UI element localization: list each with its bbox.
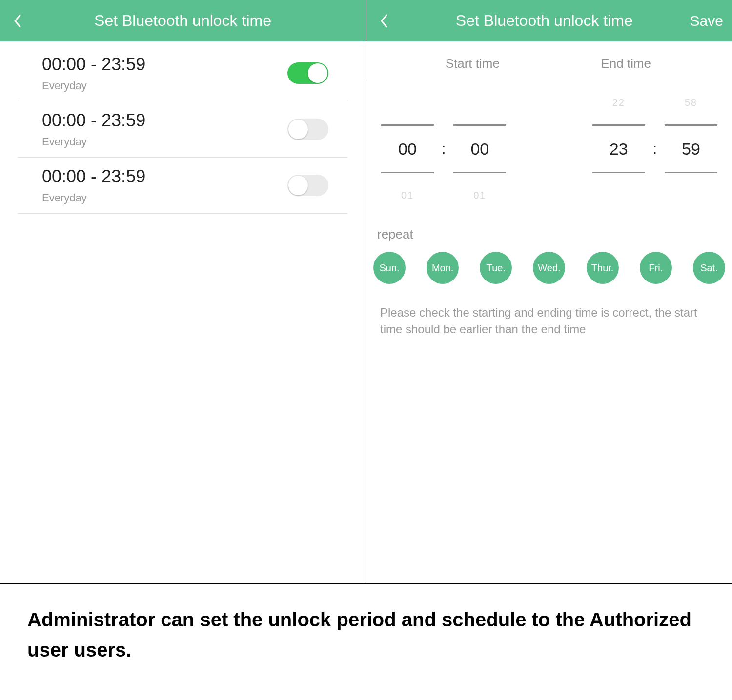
- end-hour-wheel[interactable]: 22 23: [592, 80, 645, 217]
- time-sub: Everyday: [42, 80, 287, 92]
- day-thu[interactable]: Thur.: [587, 252, 619, 284]
- header: Set Bluetooth unlock time: [0, 0, 366, 41]
- time-tabs: Start time End time: [366, 41, 732, 80]
- time-range: 00:00 - 23:59: [42, 166, 287, 187]
- wheel-value: 59: [665, 124, 717, 173]
- row-text: 00:00 - 23:59 Everyday: [42, 110, 287, 148]
- time-slot-list: 00:00 - 23:59 Everyday 00:00 - 23:59 Eve…: [0, 41, 366, 214]
- day-sat[interactable]: Sat.: [693, 252, 725, 284]
- toggle-switch[interactable]: [287, 175, 328, 196]
- time-sub: Everyday: [42, 136, 287, 148]
- wheel-value: 00: [381, 124, 434, 173]
- day-sun[interactable]: Sun.: [373, 252, 406, 284]
- back-icon[interactable]: [9, 12, 26, 30]
- repeat-label: repeat: [366, 217, 732, 252]
- start-hour-wheel[interactable]: 00 01: [381, 80, 434, 217]
- time-sub: Everyday: [42, 192, 287, 204]
- time-range: 00:00 - 23:59: [42, 54, 287, 75]
- screens-container: Set Bluetooth unlock time 00:00 - 23:59 …: [0, 0, 732, 584]
- start-time-picker[interactable]: 00 01 : 00 01: [376, 80, 549, 217]
- day-fri[interactable]: Fri.: [640, 252, 672, 284]
- row-text: 00:00 - 23:59 Everyday: [42, 166, 287, 204]
- time-colon: :: [650, 140, 660, 157]
- toggle-switch[interactable]: [287, 62, 328, 84]
- screen-editor: Set Bluetooth unlock time Save Start tim…: [366, 0, 732, 583]
- caption-text: Administrator can set the unlock period …: [0, 584, 732, 689]
- screen-list: Set Bluetooth unlock time 00:00 - 23:59 …: [0, 0, 366, 583]
- day-wed[interactable]: Wed.: [533, 252, 565, 284]
- time-range: 00:00 - 23:59: [42, 110, 287, 131]
- header: Set Bluetooth unlock time Save: [366, 0, 732, 41]
- page-title: Set Bluetooth unlock time: [94, 12, 271, 30]
- wheel-prev: 58: [685, 80, 697, 124]
- time-slot-row[interactable]: 00:00 - 23:59 Everyday: [18, 45, 348, 101]
- time-slot-row[interactable]: 00:00 - 23:59 Everyday: [18, 158, 348, 214]
- time-slot-row[interactable]: 00:00 - 23:59 Everyday: [18, 101, 348, 158]
- time-colon: :: [439, 140, 448, 157]
- end-minute-wheel[interactable]: 58 59: [665, 80, 717, 217]
- tab-end-time[interactable]: End time: [549, 56, 703, 71]
- end-time-picker[interactable]: 22 23 : 58 59: [549, 80, 723, 217]
- toggle-switch[interactable]: [287, 119, 328, 140]
- back-icon[interactable]: [375, 12, 393, 30]
- wheel-next: 01: [401, 173, 414, 217]
- wheel-prev: 22: [612, 80, 625, 124]
- save-button[interactable]: Save: [684, 13, 723, 29]
- time-pickers: 00 01 : 00 01 22 23 : 58: [366, 80, 732, 217]
- row-text: 00:00 - 23:59 Everyday: [42, 54, 287, 92]
- start-minute-wheel[interactable]: 00 01: [453, 80, 506, 217]
- wheel-next: 01: [473, 173, 486, 217]
- day-tue[interactable]: Tue.: [480, 252, 512, 284]
- hint-text: Please check the starting and ending tim…: [366, 284, 732, 337]
- wheel-value: 23: [592, 124, 645, 173]
- day-selector: Sun. Mon. Tue. Wed. Thur. Fri. Sat.: [366, 252, 732, 284]
- tab-start-time[interactable]: Start time: [396, 56, 549, 71]
- day-mon[interactable]: Mon.: [427, 252, 459, 284]
- page-title: Set Bluetooth unlock time: [405, 12, 684, 30]
- wheel-value: 00: [453, 124, 506, 173]
